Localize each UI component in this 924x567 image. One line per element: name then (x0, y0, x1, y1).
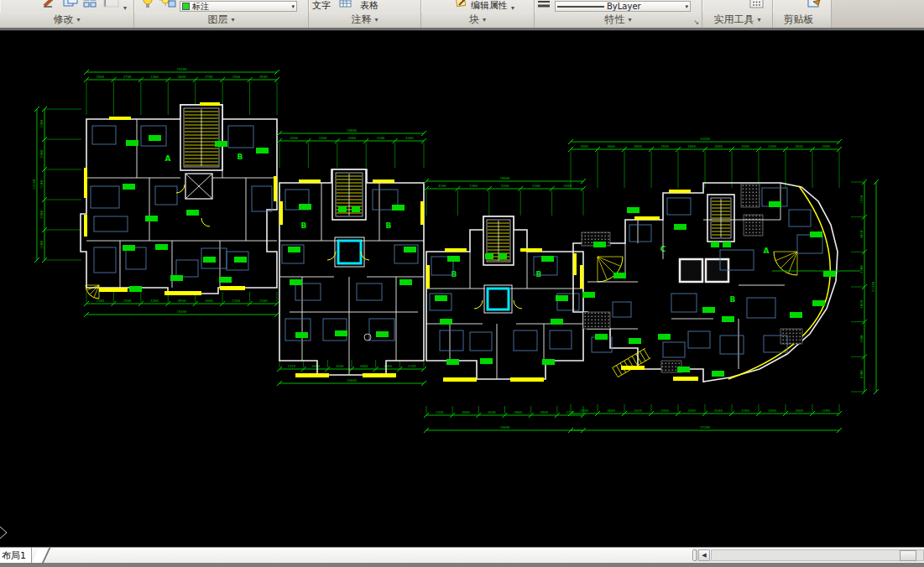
svg-text:1500: 1500 (39, 241, 44, 249)
ribbon-panel-clipboard: 剪贴板 ▾ (773, 0, 832, 28)
chevron-down-icon: ▾ (628, 16, 631, 23)
modify-panel-label: 修改 (53, 13, 73, 27)
edit-attribute-icon[interactable] (455, 0, 467, 12)
svg-text:37200: 37200 (700, 425, 711, 429)
horizontal-scrollbar-track[interactable] (711, 549, 924, 561)
text-button[interactable]: 文字 (312, 0, 331, 12)
ribbon-panel-properties: ByLayer ▾ 特性 ▾ ↘ (535, 0, 702, 28)
ribbon: ▾ 修改 ▾ 标注 ▾ 图层 ▾ (0, 0, 924, 28)
ribbon-panel-block: 编辑属性 ▾ 块 ▾ (421, 0, 535, 28)
svg-text:19600: 19600 (347, 378, 358, 382)
svg-text:1500: 1500 (580, 144, 588, 148)
linetype-combo[interactable]: ByLayer ▾ (555, 1, 691, 12)
layer-on-icon[interactable] (141, 0, 154, 12)
modify-more-arrow[interactable]: ▾ (123, 4, 127, 12)
table-button[interactable]: 表格 (360, 0, 378, 12)
quickcalc-icon[interactable] (749, 0, 764, 12)
svg-text:2100: 2100 (232, 299, 241, 303)
svg-text:13140: 13140 (32, 179, 36, 190)
svg-text:3400: 3400 (768, 408, 776, 413)
svg-text:1200: 1200 (741, 408, 749, 413)
svg-text:4500: 4500 (178, 299, 186, 303)
svg-text:3300: 3300 (150, 75, 159, 79)
svg-text:2000: 2000 (311, 364, 320, 368)
block-panel-title[interactable]: 块 ▾ (421, 12, 534, 28)
svg-text:1350: 1350 (859, 195, 864, 203)
svg-text:2000: 2000 (462, 410, 470, 414)
utilities-panel-label: 实用工具 (713, 13, 754, 27)
svg-text:2400: 2400 (822, 144, 830, 148)
svg-text:3840: 3840 (795, 144, 803, 148)
svg-text:51340: 51340 (871, 281, 875, 292)
lineweight-icon[interactable] (536, 0, 551, 12)
ribbon-panel-modify: ▾ 修改 ▾ (0, 0, 134, 28)
annotate-panel-title[interactable]: 注释 ▾ (309, 12, 420, 28)
layer-combo-value: 标注 (192, 1, 209, 13)
array-icon[interactable] (82, 0, 98, 12)
svg-text:4200: 4200 (405, 136, 414, 140)
svg-text:3300: 3300 (660, 408, 669, 413)
layer-freeze-icon[interactable] (158, 0, 176, 12)
layer-color-swatch (182, 3, 190, 10)
svg-text:2700: 2700 (123, 75, 132, 79)
svg-text:3600: 3600 (205, 299, 213, 303)
svg-text:1800: 1800 (795, 408, 803, 413)
svg-text:1620: 1620 (634, 408, 642, 413)
layers-panel-label: 图层 (207, 13, 227, 27)
properties-panel-title[interactable]: 特性 ▾ (535, 12, 702, 28)
svg-text:15600: 15600 (499, 176, 510, 180)
scrollbar-splitter-handle[interactable] (692, 549, 697, 561)
autocad-window: ▾ 修改 ▾ 标注 ▾ 图层 ▾ (0, 0, 924, 567)
svg-text:1320: 1320 (436, 410, 444, 414)
svg-text:1500: 1500 (859, 335, 864, 343)
copy-icon[interactable] (62, 0, 79, 12)
svg-text:2700: 2700 (205, 75, 213, 79)
svg-text:B: B (452, 270, 457, 278)
svg-text:1500: 1500 (741, 144, 749, 148)
window-bottom-strip (0, 563, 924, 567)
ribbon-panel-annotate: 文字 表格 注释 ▾ (309, 0, 421, 28)
svg-text:1350: 1350 (822, 408, 830, 413)
svg-text:A: A (165, 154, 171, 163)
svg-text:2000: 2000 (384, 364, 392, 368)
scroll-left-button[interactable]: ◀ (698, 549, 710, 561)
svg-text:19200: 19200 (176, 67, 187, 71)
svg-text:1500: 1500 (232, 75, 241, 79)
utilities-panel-title[interactable]: 实用工具 ▾ (702, 12, 772, 28)
svg-text:5100: 5100 (714, 408, 723, 413)
svg-text:1500: 1500 (96, 75, 104, 79)
svg-text:1300: 1300 (96, 299, 104, 303)
svg-text:1500: 1500 (123, 299, 132, 303)
linetype-combo-value: ByLayer (607, 2, 641, 11)
svg-text:3600: 3600 (607, 408, 615, 413)
layers-panel-title[interactable]: 图层 ▾ (134, 12, 308, 28)
edit-attribute-button[interactable]: 编辑属性 (471, 0, 508, 12)
drawing-canvas[interactable]: 1500270033003600270015004500192001300150… (0, 31, 924, 547)
scroll-left-arrow-icon: ◀ (702, 552, 706, 559)
chevron-down-icon: ▾ (483, 16, 486, 23)
properties-dialog-launcher-icon[interactable]: ↘ (693, 18, 699, 26)
paste-icon[interactable] (807, 0, 822, 12)
tab-bar-empty (49, 548, 692, 563)
svg-text:3300: 3300 (39, 211, 44, 219)
edit-attribute-arrow[interactable]: ▾ (511, 4, 514, 12)
chevron-down-icon: ▾ (374, 16, 378, 23)
drawing-area[interactable]: 1500270033003600270015004500192001300150… (0, 31, 924, 547)
svg-text:1320: 1320 (408, 364, 416, 368)
clipboard-panel-title[interactable]: 剪贴板 ▾ (773, 12, 831, 28)
chevron-down-icon: ▾ (231, 16, 234, 23)
tab-layout1[interactable]: 布局1 (0, 548, 32, 563)
svg-text:4200: 4200 (290, 136, 298, 140)
svg-text:2400: 2400 (687, 408, 696, 413)
table-icon[interactable] (339, 0, 352, 12)
horizontal-scrollbar-thumb[interactable] (900, 550, 916, 561)
modify-panel-title[interactable]: 修改 ▾ (0, 12, 133, 28)
svg-text:3300: 3300 (319, 136, 327, 140)
erase-icon[interactable] (42, 0, 59, 12)
svg-text:1300: 1300 (259, 299, 268, 303)
chevron-down-icon: ▾ (757, 16, 760, 23)
ribbon-panel-layers: 标注 ▾ 图层 ▾ (134, 0, 309, 28)
linetype-sample-icon (557, 5, 604, 8)
fillet-icon[interactable] (102, 0, 120, 12)
layer-combo[interactable]: 标注 ▾ (180, 1, 297, 12)
